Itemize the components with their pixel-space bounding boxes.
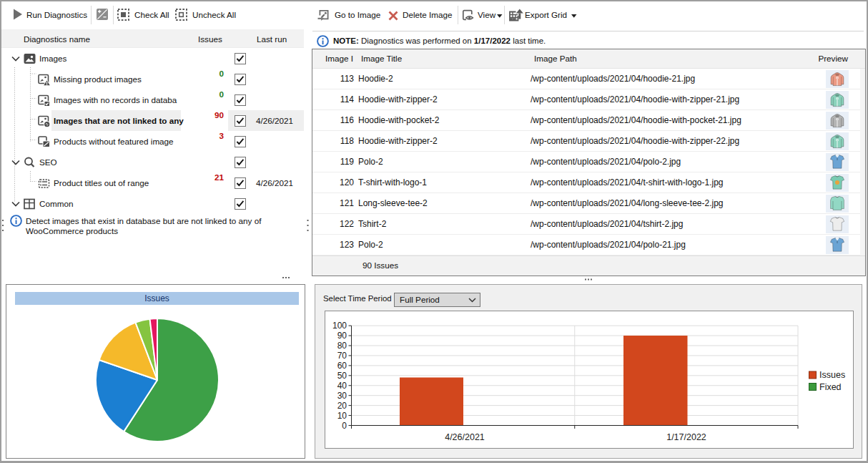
svg-text:Fixed: Fixed	[819, 382, 842, 392]
svg-text:Issues: Issues	[819, 370, 845, 380]
svg-text:80: 80	[337, 341, 347, 351]
svg-text:60: 60	[337, 361, 347, 371]
svg-text:10: 10	[337, 411, 347, 421]
svg-text:0: 0	[342, 421, 347, 431]
svg-text:100: 100	[332, 321, 347, 331]
svg-text:4/26/2021: 4/26/2021	[445, 432, 485, 442]
svg-text:1/17/2022: 1/17/2022	[666, 432, 706, 442]
svg-text:20: 20	[337, 401, 347, 411]
svg-text:40: 40	[337, 381, 347, 391]
svg-text:90: 90	[337, 331, 347, 341]
svg-text:70: 70	[337, 351, 347, 361]
svg-text:30: 30	[337, 391, 347, 401]
svg-text:50: 50	[337, 371, 347, 381]
